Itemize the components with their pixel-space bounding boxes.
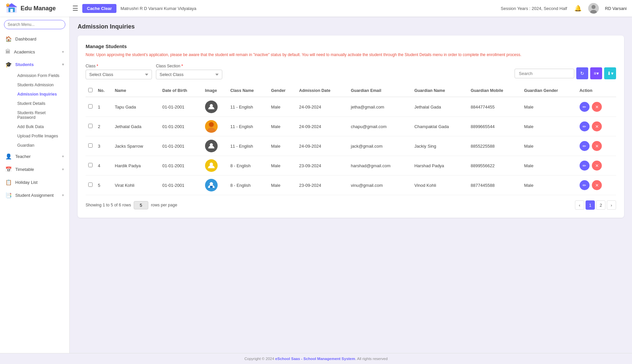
row-action: ✏ ✕ xyxy=(577,97,616,117)
sidebar-item-upload-profile-images[interactable]: Upload Profile Images xyxy=(12,131,69,141)
avatar-placeholder xyxy=(205,140,218,152)
sidebar-item-teacher[interactable]: 👤 Teacher ▾ xyxy=(0,150,69,163)
row-dob: 01-01-2001 xyxy=(160,176,202,195)
sidebar-item-academics[interactable]: 🏛 Academics ▾ xyxy=(0,45,69,58)
pagination-row: Showing 1 to 5 of 6 rows rows per page ‹… xyxy=(86,200,616,210)
students-submenu: Admission Form Fields Students Admission… xyxy=(0,71,69,150)
class-section-filter-group: Class Section * Select Class A B xyxy=(156,64,222,79)
delete-button[interactable]: ✕ xyxy=(592,161,602,171)
sidebar-item-holiday-list[interactable]: 📋 Holiday List xyxy=(0,176,69,189)
row-checkbox[interactable] xyxy=(88,182,93,187)
row-name: Jacks Sparrow xyxy=(112,136,160,156)
note-text: Note: Upon approving the student's appli… xyxy=(86,52,616,58)
sidebar-item-student-assignment[interactable]: 📑 Student Assignment ▾ xyxy=(0,189,69,202)
menu-icon[interactable]: ☰ xyxy=(72,4,78,12)
notification-icon[interactable]: 🔔 xyxy=(574,5,582,12)
sidebar-item-add-bulk-data[interactable]: Add Bulk Data xyxy=(12,122,69,131)
chevron-down-icon: ▾ xyxy=(62,62,64,67)
columns-button[interactable]: ≡▾ xyxy=(590,67,602,79)
page-title: Admission Inquiries xyxy=(78,23,624,30)
delete-button[interactable]: ✕ xyxy=(592,121,602,131)
row-image xyxy=(202,156,228,176)
sidebar-item-student-details[interactable]: Student Details xyxy=(12,99,69,108)
row-guardian-email: chapu@gmail.com xyxy=(348,117,412,136)
sidebar-item-dashboard[interactable]: 🏠 Dashboard xyxy=(0,33,69,45)
logo-text: Edu Manage xyxy=(21,5,56,12)
header-dob: Date of Birth xyxy=(160,85,202,97)
required-star: * xyxy=(181,64,183,68)
edit-button[interactable]: ✏ xyxy=(580,161,590,171)
pagination-info: Showing 1 to 5 of 6 rows rows per page xyxy=(86,201,177,209)
row-checkbox[interactable] xyxy=(88,163,93,167)
class-section-label: Class Section * xyxy=(156,64,222,68)
chevron-down-icon: ▾ xyxy=(62,167,64,172)
row-action: ✏ ✕ xyxy=(577,156,616,176)
row-checkbox[interactable] xyxy=(88,124,93,128)
avatar[interactable] xyxy=(588,3,599,14)
edit-button[interactable]: ✏ xyxy=(580,102,590,112)
cache-clear-button[interactable]: Cache Clear xyxy=(82,4,116,13)
row-checkbox[interactable] xyxy=(88,143,93,148)
row-name: Jethalal Gada xyxy=(112,117,160,136)
search-input[interactable] xyxy=(515,69,574,78)
row-guardian-name: Jethalal Gada xyxy=(412,97,468,117)
table-row: 4Hardik Padya01-01-2001 8 - EnglishMale2… xyxy=(86,156,616,176)
holiday-icon: 📋 xyxy=(5,179,12,185)
rows-per-page-input[interactable] xyxy=(134,201,148,209)
chevron-down-icon: ▾ xyxy=(62,154,64,159)
row-action: ✏ ✕ xyxy=(577,117,616,136)
search-input[interactable] xyxy=(4,20,65,29)
edit-button[interactable]: ✏ xyxy=(580,180,590,190)
delete-button[interactable]: ✕ xyxy=(592,141,602,151)
timetable-icon: 📅 xyxy=(5,166,12,173)
class-select[interactable]: Select Class 8 - English 11 - English xyxy=(86,70,152,79)
row-number: 1 xyxy=(95,97,112,117)
sidebar-item-students-reset-password[interactable]: Students Reset Password xyxy=(12,108,69,122)
svg-rect-16 xyxy=(210,186,213,188)
header-admission-date: Admission Date xyxy=(296,85,348,97)
row-guardian-gender: Male xyxy=(522,156,577,176)
row-class-name: 11 - English xyxy=(228,97,268,117)
select-all-checkbox[interactable] xyxy=(88,88,93,92)
assignment-icon: 📑 xyxy=(5,192,12,198)
row-class-name: 11 - English xyxy=(228,136,268,156)
footer-brand[interactable]: eSchool Saas - School Management System xyxy=(275,357,355,361)
sidebar-item-admission-form-fields[interactable]: Admission Form Fields xyxy=(12,71,69,80)
page-button-2[interactable]: 2 xyxy=(596,200,605,210)
students-table: No. Name Date of Birth Image Class Name … xyxy=(86,85,616,195)
prev-page-button[interactable]: ‹ xyxy=(575,200,584,210)
delete-button[interactable]: ✕ xyxy=(592,180,602,190)
sidebar-item-label: Timetable xyxy=(15,167,59,172)
sidebar-item-label: Holiday List xyxy=(15,180,64,185)
edit-button[interactable]: ✏ xyxy=(580,121,590,131)
row-admission-date: 24-09-2024 xyxy=(296,97,348,117)
sidebar-item-students[interactable]: 🎓 Students ▾ xyxy=(0,58,69,71)
row-action: ✏ ✕ xyxy=(577,176,616,195)
table-row: 2Jethalal Gada01-01-2001 11 - EnglishMal… xyxy=(86,117,616,136)
sidebar-item-students-admission[interactable]: Students Admission xyxy=(12,80,69,90)
row-guardian-name: Jackiy Sing xyxy=(412,136,468,156)
download-button[interactable]: ⬇▾ xyxy=(604,67,616,79)
next-page-button[interactable]: › xyxy=(607,200,616,210)
header-checkbox xyxy=(86,85,95,97)
row-gender: Male xyxy=(268,156,296,176)
row-guardian-mobile: 8899665544 xyxy=(468,117,522,136)
row-number: 2 xyxy=(95,117,112,136)
sidebar-item-timetable[interactable]: 📅 Timetable ▾ xyxy=(0,163,69,176)
svg-point-12 xyxy=(209,122,214,127)
edit-button[interactable]: ✏ xyxy=(580,141,590,151)
delete-button[interactable]: ✕ xyxy=(592,102,602,112)
row-name: Tapu Gada xyxy=(112,97,160,117)
page-button-1[interactable]: 1 xyxy=(586,200,595,210)
filters-row: Class * Select Class 8 - English 11 - En… xyxy=(86,64,616,79)
refresh-button[interactable]: ↻ xyxy=(576,67,588,79)
school-name: Matrushri R D Varsani Kumar Vidyalaya xyxy=(120,6,497,11)
chevron-down-icon: ▾ xyxy=(62,193,64,197)
row-checkbox[interactable] xyxy=(88,104,93,109)
sidebar-item-admission-inquiries[interactable]: Admission Inquiries xyxy=(12,90,69,99)
sidebar-item-guardian[interactable]: Guardian xyxy=(12,141,69,150)
class-section-select[interactable]: Select Class A B xyxy=(156,70,222,79)
header-guardian-gender: Guardian Gender xyxy=(522,85,577,97)
sidebar-item-label: Academics xyxy=(14,49,59,54)
rows-per-page-label: rows per page xyxy=(151,203,177,207)
